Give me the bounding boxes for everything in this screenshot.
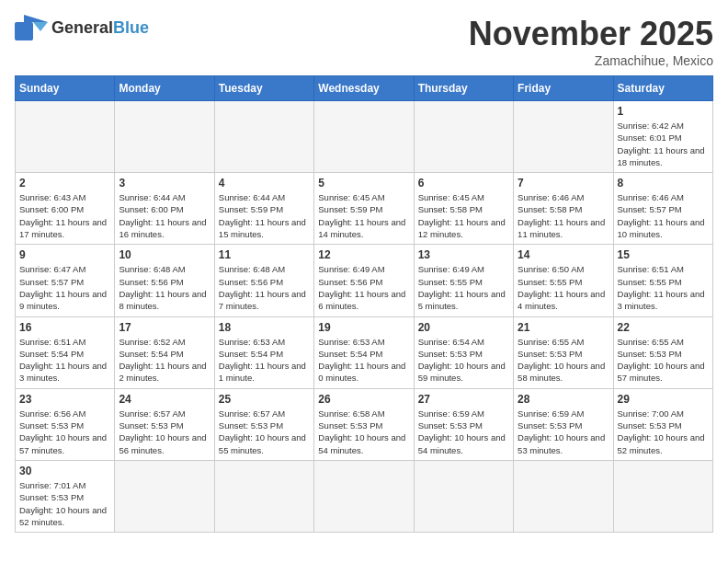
day-number: 21 (518, 321, 609, 334)
day-info: Sunrise: 6:51 AM Sunset: 5:55 PM Dayligh… (618, 263, 709, 312)
table-row: 23Sunrise: 6:56 AM Sunset: 5:53 PM Dayli… (16, 388, 115, 460)
day-info: Sunrise: 6:46 AM Sunset: 5:58 PM Dayligh… (518, 191, 609, 240)
day-number: 4 (219, 177, 310, 190)
table-row: 26Sunrise: 6:58 AM Sunset: 5:53 PM Dayli… (314, 388, 414, 460)
header-sunday: Sunday (16, 76, 115, 101)
day-number: 16 (19, 321, 110, 334)
day-info: Sunrise: 6:49 AM Sunset: 5:56 PM Dayligh… (318, 263, 409, 312)
day-number: 6 (418, 177, 509, 190)
table-row (414, 101, 513, 173)
day-number: 5 (318, 177, 409, 190)
table-row: 24Sunrise: 6:57 AM Sunset: 5:53 PM Dayli… (115, 388, 214, 460)
day-info: Sunrise: 6:56 AM Sunset: 5:53 PM Dayligh… (19, 408, 110, 456)
day-info: Sunrise: 6:58 AM Sunset: 5:53 PM Dayligh… (318, 408, 409, 456)
table-row (514, 460, 613, 532)
table-row: 12Sunrise: 6:49 AM Sunset: 5:56 PM Dayli… (314, 245, 414, 316)
table-row (314, 460, 414, 532)
day-info: Sunrise: 6:48 AM Sunset: 5:56 PM Dayligh… (119, 263, 210, 312)
calendar-row: 2Sunrise: 6:43 AM Sunset: 6:00 PM Daylig… (16, 173, 713, 245)
day-info: Sunrise: 6:45 AM Sunset: 5:59 PM Dayligh… (318, 191, 409, 240)
calendar-row: 16Sunrise: 6:51 AM Sunset: 5:54 PM Dayli… (16, 316, 713, 388)
header-wednesday: Wednesday (314, 76, 414, 101)
day-info: Sunrise: 6:59 AM Sunset: 5:53 PM Dayligh… (418, 408, 509, 456)
logo-text: GeneralBlue (51, 18, 149, 38)
day-info: Sunrise: 6:46 AM Sunset: 5:57 PM Dayligh… (618, 191, 709, 240)
day-number: 15 (618, 248, 709, 261)
table-row: 8Sunrise: 6:46 AM Sunset: 5:57 PM Daylig… (613, 173, 712, 245)
day-number: 10 (119, 248, 210, 261)
table-row (214, 101, 313, 173)
table-row: 30Sunrise: 7:01 AM Sunset: 5:53 PM Dayli… (16, 460, 115, 532)
day-number: 2 (19, 177, 110, 190)
table-row: 3Sunrise: 6:44 AM Sunset: 6:00 PM Daylig… (115, 173, 214, 245)
table-row: 9Sunrise: 6:47 AM Sunset: 5:57 PM Daylig… (16, 245, 115, 316)
table-row (613, 460, 712, 532)
day-number: 28 (518, 393, 609, 406)
table-row: 27Sunrise: 6:59 AM Sunset: 5:53 PM Dayli… (414, 388, 513, 460)
day-number: 23 (19, 393, 110, 406)
table-row (414, 460, 513, 532)
table-row (514, 101, 613, 173)
day-info: Sunrise: 6:44 AM Sunset: 5:59 PM Dayligh… (219, 191, 310, 240)
day-info: Sunrise: 7:01 AM Sunset: 5:53 PM Dayligh… (19, 479, 110, 528)
table-row (314, 101, 414, 173)
day-info: Sunrise: 6:45 AM Sunset: 5:58 PM Dayligh… (418, 191, 509, 240)
table-row (115, 101, 214, 173)
day-number: 13 (418, 248, 509, 261)
day-info: Sunrise: 6:55 AM Sunset: 5:53 PM Dayligh… (618, 336, 709, 385)
day-info: Sunrise: 6:47 AM Sunset: 5:57 PM Dayligh… (19, 263, 110, 312)
calendar-row: 30Sunrise: 7:01 AM Sunset: 5:53 PM Dayli… (16, 460, 713, 532)
table-row: 21Sunrise: 6:55 AM Sunset: 5:53 PM Dayli… (514, 316, 613, 388)
table-row: 4Sunrise: 6:44 AM Sunset: 5:59 PM Daylig… (214, 173, 313, 245)
header-thursday: Thursday (414, 76, 513, 101)
location: Zamachihue, Mexico (469, 53, 713, 68)
calendar-row: 1Sunrise: 6:42 AM Sunset: 6:01 PM Daylig… (16, 101, 713, 173)
day-number: 27 (418, 393, 509, 406)
table-row (115, 460, 214, 532)
day-info: Sunrise: 6:48 AM Sunset: 5:56 PM Dayligh… (219, 263, 310, 312)
table-row: 2Sunrise: 6:43 AM Sunset: 6:00 PM Daylig… (16, 173, 115, 245)
table-row: 25Sunrise: 6:57 AM Sunset: 5:53 PM Dayli… (214, 388, 313, 460)
table-row: 7Sunrise: 6:46 AM Sunset: 5:58 PM Daylig… (514, 173, 613, 245)
day-number: 19 (318, 321, 409, 334)
day-info: Sunrise: 6:53 AM Sunset: 5:54 PM Dayligh… (219, 336, 310, 385)
day-info: Sunrise: 6:49 AM Sunset: 5:55 PM Dayligh… (418, 263, 509, 312)
month-title: November 2025 (469, 15, 713, 53)
day-info: Sunrise: 6:42 AM Sunset: 6:01 PM Dayligh… (618, 120, 709, 168)
day-info: Sunrise: 6:53 AM Sunset: 5:54 PM Dayligh… (318, 336, 409, 385)
day-info: Sunrise: 6:52 AM Sunset: 5:54 PM Dayligh… (119, 336, 210, 385)
day-number: 25 (219, 393, 310, 406)
day-number: 30 (19, 465, 110, 477)
day-info: Sunrise: 6:51 AM Sunset: 5:54 PM Dayligh… (19, 336, 110, 385)
table-row: 16Sunrise: 6:51 AM Sunset: 5:54 PM Dayli… (16, 316, 115, 388)
logo-icon (15, 15, 48, 40)
table-row: 14Sunrise: 6:50 AM Sunset: 5:55 PM Dayli… (514, 245, 613, 316)
day-info: Sunrise: 6:50 AM Sunset: 5:55 PM Dayligh… (518, 263, 609, 312)
day-number: 24 (119, 393, 210, 406)
svg-rect-0 (15, 22, 33, 40)
day-info: Sunrise: 6:57 AM Sunset: 5:53 PM Dayligh… (119, 408, 210, 456)
table-row (16, 101, 115, 173)
table-row: 28Sunrise: 6:59 AM Sunset: 5:53 PM Dayli… (514, 388, 613, 460)
day-number: 14 (518, 248, 609, 261)
day-info: Sunrise: 6:55 AM Sunset: 5:53 PM Dayligh… (518, 336, 609, 385)
table-row: 6Sunrise: 6:45 AM Sunset: 5:58 PM Daylig… (414, 173, 513, 245)
svg-marker-2 (33, 22, 48, 31)
table-row: 13Sunrise: 6:49 AM Sunset: 5:55 PM Dayli… (414, 245, 513, 316)
day-info: Sunrise: 6:43 AM Sunset: 6:00 PM Dayligh… (19, 191, 110, 240)
calendar-row: 23Sunrise: 6:56 AM Sunset: 5:53 PM Dayli… (16, 388, 713, 460)
header-tuesday: Tuesday (214, 76, 313, 101)
day-number: 3 (119, 177, 210, 190)
day-info: Sunrise: 7:00 AM Sunset: 5:53 PM Dayligh… (618, 408, 709, 456)
day-number: 12 (318, 248, 409, 261)
title-section: November 2025 Zamachihue, Mexico (469, 15, 713, 68)
day-number: 9 (19, 248, 110, 261)
svg-marker-1 (24, 15, 48, 22)
day-info: Sunrise: 6:44 AM Sunset: 6:00 PM Dayligh… (119, 191, 210, 240)
day-number: 18 (219, 321, 310, 334)
logo: GeneralBlue (15, 15, 149, 40)
table-row: 19Sunrise: 6:53 AM Sunset: 5:54 PM Dayli… (314, 316, 414, 388)
day-number: 7 (518, 177, 609, 190)
calendar-table: Sunday Monday Tuesday Wednesday Thursday… (15, 75, 713, 533)
day-number: 26 (318, 393, 409, 406)
